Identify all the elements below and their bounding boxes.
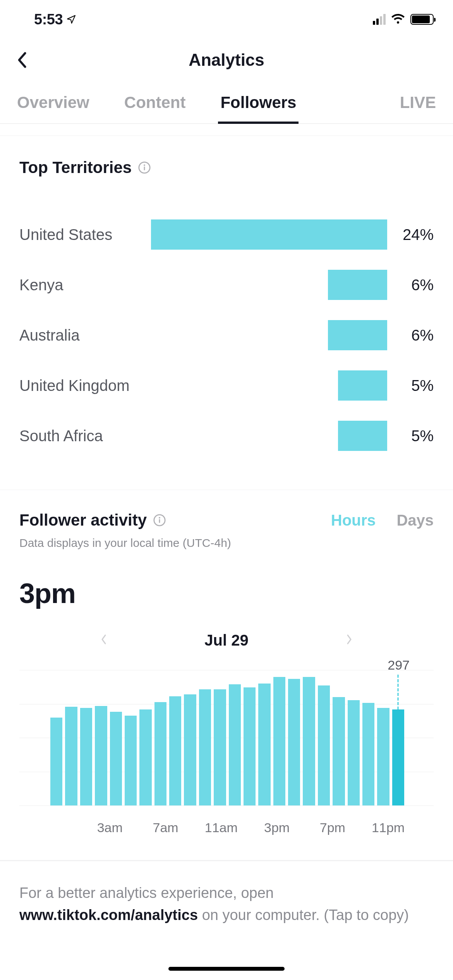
chart-bar[interactable] [348, 700, 360, 805]
svg-point-4 [159, 517, 160, 519]
date-label: Jul 29 [204, 632, 248, 649]
territory-bar-wrap [143, 270, 387, 300]
top-territories-title: Top Territories [19, 158, 132, 177]
chart-bar[interactable] [377, 708, 389, 805]
chart-bar[interactable] [303, 677, 315, 805]
territory-bar-wrap [143, 421, 387, 451]
cellular-signal-icon [373, 14, 386, 25]
territory-row: United States24% [19, 219, 434, 250]
territory-name: South Africa [19, 427, 143, 445]
chart-bar[interactable] [154, 702, 166, 805]
svg-rect-5 [159, 519, 160, 523]
tab-live[interactable]: LIVE [400, 81, 436, 123]
prev-day-button[interactable] [100, 632, 108, 649]
chart-bar[interactable] [80, 708, 92, 805]
territory-bar [338, 421, 387, 451]
chart-bar[interactable] [184, 694, 196, 805]
chart-bar[interactable] [169, 696, 181, 805]
chart-bar[interactable] [110, 712, 122, 805]
territory-name: Australia [19, 327, 143, 344]
tip-link: www.tiktok.com/analytics [19, 907, 198, 923]
activity-bar-chart[interactable]: 297 [19, 670, 434, 805]
chart-bar[interactable] [50, 718, 62, 805]
chart-bar[interactable] [95, 706, 107, 805]
unit-toggle: Hours Days [331, 512, 434, 529]
x-tick-label: 11pm [360, 820, 416, 835]
territory-pct: 5% [387, 427, 434, 445]
unit-hours[interactable]: Hours [331, 512, 376, 529]
territory-name: United Kingdom [19, 377, 143, 394]
x-tick-label: 3am [82, 820, 138, 835]
territory-name: Kenya [19, 276, 143, 294]
back-button[interactable] [15, 51, 28, 69]
territory-row: Kenya6% [19, 270, 434, 300]
unit-days[interactable]: Days [396, 512, 434, 529]
chart-bar[interactable] [362, 703, 374, 805]
chart-bar[interactable] [318, 685, 330, 805]
territory-row: South Africa5% [19, 421, 434, 451]
follower-activity-subtitle: Data displays in your local time (UTC-4h… [19, 536, 434, 550]
follower-activity-header: Follower activity Hours Days [19, 490, 434, 529]
status-time-text: 5:53 [34, 11, 63, 28]
page-title: Analytics [189, 50, 264, 70]
territory-bar-wrap [143, 320, 387, 350]
date-pager: Jul 29 [19, 632, 434, 649]
territory-pct: 6% [387, 276, 434, 294]
wifi-icon [390, 14, 406, 25]
territory-pct: 6% [387, 327, 434, 344]
top-territories-title-row: Top Territories [19, 136, 434, 177]
chart-bar[interactable] [139, 709, 151, 805]
chart-bar[interactable] [392, 709, 404, 805]
top-territories-section: Top Territories United States24%Kenya6%A… [0, 135, 453, 490]
follower-activity-title: Follower activity [19, 511, 147, 529]
territory-bar-wrap [143, 219, 387, 250]
tab-followers[interactable]: Followers [220, 81, 296, 123]
x-tick-label: 3pm [249, 820, 305, 835]
tabs: Overview Content Followers LIVE [0, 81, 453, 124]
battery-icon [410, 14, 434, 25]
chart-bar[interactable] [288, 679, 300, 805]
follower-activity-section: Follower activity Hours Days Data displa… [0, 490, 453, 860]
territory-bar [151, 219, 387, 250]
tip-prefix: For a better analytics experience, open [19, 885, 274, 901]
next-day-button[interactable] [345, 632, 353, 649]
status-icons [373, 14, 434, 25]
territory-bar [328, 320, 387, 350]
territories-list: United States24%Kenya6%Australia6%United… [19, 177, 434, 490]
chart-bar[interactable] [273, 677, 285, 805]
status-time: 5:53 [34, 11, 76, 28]
territory-bar-wrap [143, 370, 387, 401]
chart-bar[interactable] [258, 684, 270, 805]
territory-name: United States [19, 226, 143, 243]
chart-bar[interactable] [125, 716, 137, 805]
tab-overview[interactable]: Overview [17, 81, 89, 123]
chart-bar[interactable] [65, 707, 77, 805]
x-tick-label: 11am [193, 820, 249, 835]
chart-x-axis-labels: 3am7am11am3pm7pm11pm [19, 805, 434, 860]
selected-time-label: 3pm [19, 577, 434, 609]
svg-point-1 [144, 164, 145, 166]
page-header: Analytics [0, 39, 453, 81]
territory-bar [328, 270, 387, 300]
x-tick-label: 7pm [305, 820, 360, 835]
chart-bar[interactable] [214, 689, 226, 805]
info-icon[interactable] [138, 161, 151, 174]
chart-bar[interactable] [333, 697, 345, 805]
tab-content[interactable]: Content [124, 81, 186, 123]
x-tick-label: 7am [138, 820, 194, 835]
territory-row: United Kingdom5% [19, 370, 434, 401]
chart-bar[interactable] [229, 684, 241, 805]
chart-bar[interactable] [244, 687, 256, 805]
analytics-tip[interactable]: For a better analytics experience, open … [0, 860, 453, 961]
follower-activity-title-row: Follower activity [19, 511, 166, 529]
territory-pct: 5% [387, 377, 434, 394]
svg-rect-2 [144, 166, 145, 170]
chart-bar[interactable] [199, 689, 211, 805]
tip-suffix: on your computer. (Tap to copy) [198, 907, 409, 923]
status-bar: 5:53 [0, 0, 453, 39]
info-icon[interactable] [153, 514, 166, 527]
territory-bar [338, 370, 387, 401]
location-services-icon [67, 15, 76, 24]
home-indicator[interactable] [168, 967, 285, 971]
territory-pct: 24% [387, 226, 434, 243]
